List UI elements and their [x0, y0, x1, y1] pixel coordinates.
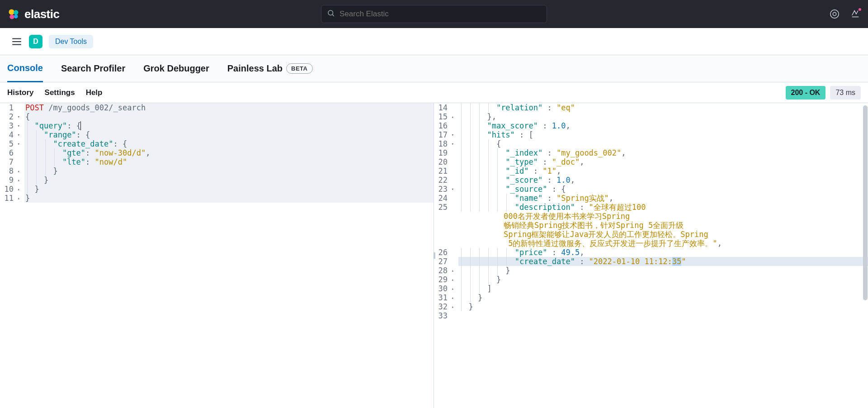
response-time-badge: 73 ms [830, 86, 861, 100]
response-viewer[interactable]: 14 15▴16 17▾18▾19 20 21 22 23▾24 25 26 2… [434, 103, 868, 408]
tab-painless-lab[interactable]: Painless Lab BETA [227, 56, 313, 81]
tab-grok-debugger[interactable]: Grok Debugger [143, 56, 209, 81]
global-search-input[interactable] [339, 9, 541, 19]
scrollbar-vertical[interactable] [862, 103, 868, 408]
help-link[interactable]: Help [86, 88, 103, 97]
svg-point-2 [9, 14, 14, 19]
global-search[interactable] [321, 5, 547, 23]
history-link[interactable]: History [7, 88, 34, 97]
help-icon[interactable] [829, 9, 840, 19]
brand-logo[interactable]: elastic [7, 7, 59, 21]
svg-point-6 [830, 10, 839, 18]
breadcrumb-current[interactable]: Dev Tools [49, 35, 93, 48]
space-selector[interactable]: D [29, 35, 42, 48]
scrollbar-thumb[interactable] [863, 105, 868, 300]
svg-line-5 [332, 14, 334, 16]
svg-point-1 [14, 10, 19, 15]
svg-point-3 [14, 14, 18, 19]
svg-point-7 [833, 12, 836, 15]
global-header: elastic [0, 0, 868, 28]
notification-dot [858, 7, 862, 12]
nav-toggle-icon[interactable] [11, 36, 23, 47]
search-icon [327, 9, 335, 19]
tab-painless-lab-label: Painless Lab [227, 63, 283, 74]
devtools-tabs: Console Search Profiler Grok Debugger Pa… [0, 55, 868, 82]
tab-search-profiler[interactable]: Search Profiler [61, 56, 125, 81]
elastic-logo-icon [7, 8, 20, 20]
pane-splitter[interactable]: ║ [433, 251, 435, 260]
brand-name: elastic [24, 7, 59, 21]
newsfeed-icon[interactable] [850, 9, 861, 19]
response-status-badge: 200 - OK [786, 86, 826, 100]
console-editor-area: 1 2▾3▾4▾5▾6 7 8▴9▴10▴11▴ POST /my_goods_… [0, 103, 868, 408]
tab-console[interactable]: Console [7, 55, 43, 82]
request-editor[interactable]: 1 2▾3▾4▾5▾6 7 8▴9▴10▴11▴ POST /my_goods_… [0, 103, 434, 408]
settings-link[interactable]: Settings [45, 88, 75, 97]
svg-point-0 [9, 9, 14, 15]
svg-point-4 [328, 10, 333, 15]
console-toolbar: History Settings Help 200 - OK 73 ms [0, 82, 868, 103]
kibana-chrome-bar: D Dev Tools [0, 28, 868, 55]
beta-badge: BETA [286, 63, 312, 74]
